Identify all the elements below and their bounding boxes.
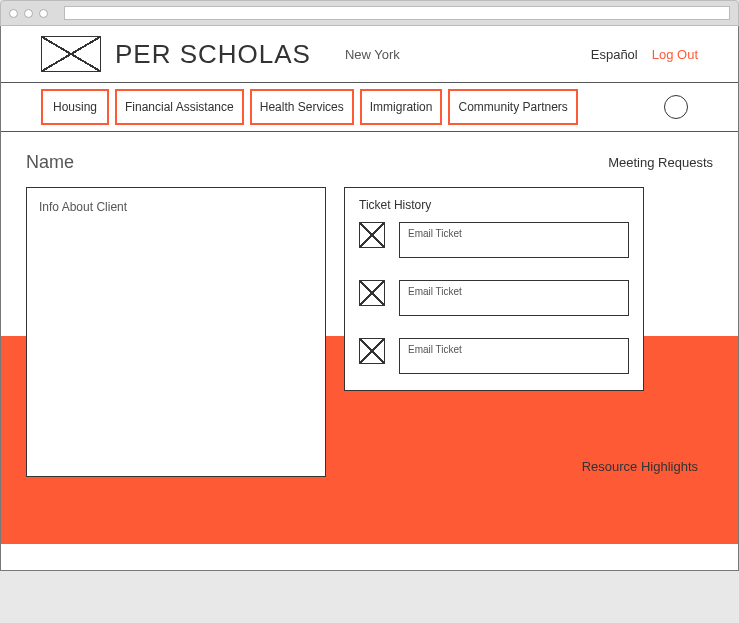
ticket-history-title: Ticket History: [359, 198, 629, 212]
content-area: Name Meeting Requests Info About Client …: [1, 132, 738, 544]
header-right: Español Log Out: [591, 47, 698, 62]
language-toggle[interactable]: Español: [591, 47, 638, 62]
window-dot: [9, 9, 18, 18]
logo-placeholder-icon: [41, 36, 101, 72]
nav-tab-community-partners[interactable]: Community Partners: [448, 89, 577, 125]
url-bar[interactable]: [64, 6, 730, 20]
brand-title: PER SCHOLAS: [115, 39, 311, 70]
panels-row: Info About Client Ticket History Email T…: [26, 187, 713, 477]
ticket-placeholder-icon: [359, 338, 385, 364]
profile-icon[interactable]: [664, 95, 688, 119]
ticket-item[interactable]: Email Ticket: [399, 222, 629, 258]
ticket-item[interactable]: Email Ticket: [399, 280, 629, 316]
logout-link[interactable]: Log Out: [652, 47, 698, 62]
resource-highlights-link[interactable]: Resource Highlights: [582, 459, 698, 474]
location-label: New York: [345, 47, 400, 62]
nav-tab-immigration[interactable]: Immigration: [360, 89, 443, 125]
ticket-row[interactable]: Email Ticket: [359, 280, 629, 316]
ticket-item[interactable]: Email Ticket: [399, 338, 629, 374]
ticket-row[interactable]: Email Ticket: [359, 338, 629, 374]
nav-tab-housing[interactable]: Housing: [41, 89, 109, 125]
browser-chrome: [0, 0, 739, 26]
client-info-label: Info About Client: [39, 200, 313, 214]
window-dot: [39, 9, 48, 18]
ticket-placeholder-icon: [359, 280, 385, 306]
nav-bar: Housing Financial Assistance Health Serv…: [1, 82, 738, 132]
nav-tab-health-services[interactable]: Health Services: [250, 89, 354, 125]
ticket-history-panel: Ticket History Email Ticket Email Ticket…: [344, 187, 644, 391]
meeting-requests-link[interactable]: Meeting Requests: [608, 155, 713, 170]
ticket-row[interactable]: Email Ticket: [359, 222, 629, 258]
content-top-row: Name Meeting Requests: [26, 152, 713, 173]
header: PER SCHOLAS New York Español Log Out: [1, 26, 738, 82]
name-heading: Name: [26, 152, 74, 173]
nav-tab-financial-assistance[interactable]: Financial Assistance: [115, 89, 244, 125]
window-dot: [24, 9, 33, 18]
ticket-placeholder-icon: [359, 222, 385, 248]
client-info-panel: Info About Client: [26, 187, 326, 477]
page-container: PER SCHOLAS New York Español Log Out Hou…: [0, 26, 739, 571]
